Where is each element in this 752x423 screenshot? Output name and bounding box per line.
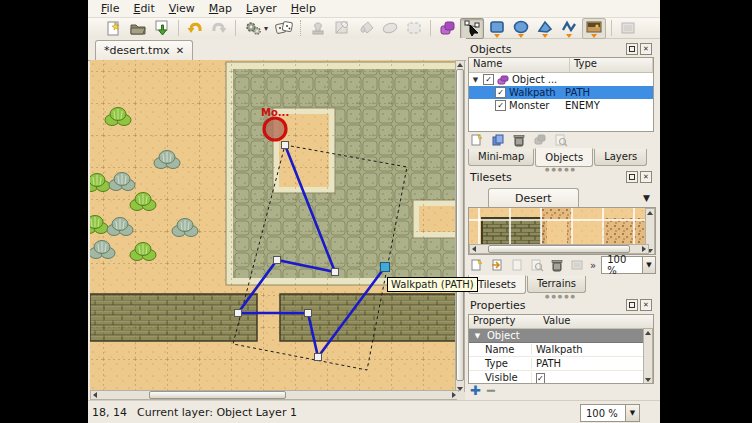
random-mode-button[interactable] — [273, 19, 295, 38]
hscroll-thumb[interactable] — [149, 391, 286, 399]
path-node[interactable] — [305, 310, 312, 317]
menu-help[interactable]: Help — [284, 1, 323, 16]
tab-desert-tmx[interactable]: *desert.tmx ✕ — [95, 40, 193, 60]
property-row-name[interactable]: Name Walkpath — [469, 343, 653, 357]
canvas-hscrollbar[interactable] — [90, 390, 459, 400]
edit-terrain-button[interactable] — [568, 257, 585, 273]
stamp-brush-button[interactable] — [307, 19, 329, 38]
eraser-button[interactable] — [379, 19, 401, 38]
scroll-up-icon[interactable] — [647, 211, 653, 215]
property-row-visible[interactable]: Visible ✓ — [469, 371, 653, 384]
float-panel-button[interactable] — [626, 299, 638, 311]
insert-polyline-button[interactable] — [558, 19, 580, 38]
float-panel-button[interactable] — [626, 43, 638, 55]
canvas-vscrollbar[interactable] — [455, 60, 465, 394]
objects-tree[interactable]: Name Type ▼ ✓ Object ... ✓ Walkpath PATH — [468, 57, 654, 132]
path-node-selected[interactable] — [381, 263, 390, 272]
combo-dropdown-button[interactable]: ▼ — [625, 405, 639, 421]
map-view[interactable]: Mo... — [90, 60, 457, 392]
expander-icon[interactable]: ▼ — [471, 76, 480, 84]
insert-rectangle-button[interactable] — [486, 19, 508, 38]
scroll-up-icon[interactable] — [645, 331, 651, 335]
redo-button[interactable] — [208, 19, 230, 38]
properties-vscrollbar[interactable] — [643, 328, 653, 384]
object-row-monster[interactable]: ✓ Monster ENEMY — [469, 99, 653, 112]
hscroll-thumb[interactable] — [488, 245, 630, 253]
duplicate-objects-button[interactable] — [489, 132, 507, 148]
property-row-type[interactable]: Type PATH — [469, 357, 653, 371]
tab-mini-map[interactable]: Mini-map — [468, 149, 534, 166]
column-name[interactable]: Name — [469, 58, 570, 72]
object-visible-checkbox[interactable]: ✓ — [495, 87, 506, 98]
bucket-fill-button[interactable] — [355, 19, 377, 38]
raise-objects-button[interactable] — [531, 132, 549, 148]
layer-visible-checkbox[interactable]: ✓ — [483, 74, 494, 85]
path-node[interactable] — [274, 257, 281, 264]
close-panel-button[interactable]: ✕ — [640, 299, 652, 311]
menu-edit[interactable]: Edit — [126, 1, 161, 16]
map-canvas[interactable]: Mo... Walkpath (PATH) — [90, 60, 465, 400]
column-value[interactable]: Value — [539, 315, 574, 328]
toolbar-overflow-button[interactable]: » — [590, 260, 596, 271]
goto-object-button[interactable] — [552, 132, 570, 148]
menu-file[interactable]: File — [94, 1, 126, 16]
undo-button[interactable] — [184, 19, 206, 38]
insert-polygon-button[interactable] — [534, 19, 556, 38]
scroll-up-icon[interactable] — [457, 63, 463, 67]
tileset-hscrollbar[interactable] — [469, 244, 649, 254]
scroll-left-icon[interactable] — [472, 246, 476, 252]
open-button[interactable] — [127, 19, 149, 38]
float-panel-button[interactable] — [626, 171, 638, 183]
rect-select-button[interactable] — [403, 19, 425, 38]
add-property-button[interactable]: ✚ — [470, 386, 481, 396]
menu-layer[interactable]: Layer — [239, 1, 284, 16]
object-visible-checkbox[interactable]: ✓ — [495, 100, 506, 111]
property-group-row[interactable]: ▼ Object — [469, 329, 653, 343]
property-value[interactable]: PATH — [531, 358, 653, 369]
new-map-button[interactable] — [103, 19, 125, 38]
insert-tile-button[interactable] — [582, 18, 606, 39]
scroll-down-icon[interactable] — [645, 378, 651, 382]
path-node[interactable] — [282, 142, 289, 149]
object-row-walkpath[interactable]: ✓ Walkpath PATH — [469, 86, 653, 99]
tab-desert-tileset[interactable]: Desert — [488, 188, 579, 207]
commands-button[interactable]: ▾ — [241, 19, 271, 38]
tileset-view[interactable] — [468, 207, 656, 255]
scroll-left-icon[interactable] — [93, 392, 97, 398]
column-property[interactable]: Property — [469, 315, 539, 328]
tab-terrains[interactable]: Terrains — [527, 276, 586, 293]
monster-object[interactable] — [264, 118, 286, 140]
visible-checkbox[interactable]: ✓ — [536, 373, 545, 384]
tileset-menu-dropdown-icon[interactable]: ▼ — [643, 193, 650, 203]
export-tileset-button[interactable] — [508, 257, 525, 273]
close-tab-icon[interactable]: ✕ — [176, 45, 184, 56]
insert-ellipse-button[interactable] — [510, 19, 532, 38]
expander-icon[interactable]: ▼ — [473, 332, 482, 340]
properties-table[interactable]: Property Value ▼ Object Name Walkpath Ty… — [468, 314, 654, 384]
object-layer-row[interactable]: ▼ ✓ Object ... — [469, 73, 653, 86]
add-object-layer-button[interactable] — [468, 132, 486, 148]
path-node[interactable] — [315, 354, 322, 361]
tileset-properties-button[interactable] — [528, 257, 545, 273]
path-node[interactable] — [332, 269, 339, 276]
close-panel-button[interactable]: ✕ — [640, 171, 652, 183]
remove-tileset-button[interactable] — [548, 257, 565, 273]
import-tileset-button[interactable] — [488, 257, 505, 273]
remove-property-button[interactable]: ━ — [487, 386, 495, 396]
vscroll-thumb[interactable] — [456, 69, 464, 381]
scroll-right-icon[interactable] — [642, 246, 646, 252]
combo-dropdown-button[interactable]: ▼ — [642, 257, 655, 273]
column-type[interactable]: Type — [570, 58, 653, 72]
scroll-right-icon[interactable] — [452, 392, 456, 398]
select-objects-button[interactable] — [436, 19, 458, 38]
save-button[interactable] — [151, 19, 173, 38]
menu-view[interactable]: View — [162, 1, 202, 16]
menu-map[interactable]: Map — [202, 1, 239, 16]
edit-polygons-button[interactable] — [460, 18, 484, 39]
new-tileset-button[interactable] — [468, 257, 485, 273]
path-node[interactable] — [235, 310, 242, 317]
close-panel-button[interactable]: ✕ — [640, 43, 652, 55]
map-zoom-combo[interactable]: 100 % ▼ — [580, 404, 640, 422]
terrain-brush-button[interactable] — [331, 19, 353, 38]
image-tool-button[interactable] — [617, 19, 639, 38]
